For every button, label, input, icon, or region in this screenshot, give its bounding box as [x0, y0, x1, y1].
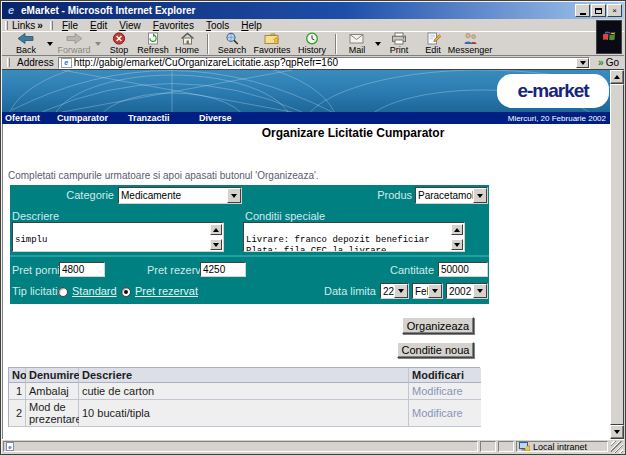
resize-grip[interactable] [611, 441, 623, 453]
scroll-up-icon[interactable] [610, 70, 624, 84]
col-header-descriere: Descriere [79, 368, 409, 383]
menu-tools[interactable]: Tools [200, 20, 235, 31]
col-header-denumire: Denumire [26, 368, 79, 383]
standard-radio[interactable] [58, 287, 68, 297]
auction-form: Categorie Medicamente Produs Paracetamol… [10, 185, 489, 304]
year-select[interactable]: 2002 [446, 283, 488, 299]
nav-ofertant[interactable]: Ofertant [5, 113, 40, 123]
menu-edit[interactable]: Edit [84, 20, 113, 31]
messenger-people-icon [463, 32, 478, 45]
address-label: Address [17, 57, 54, 68]
scroll-down-icon[interactable] [610, 425, 624, 439]
stop-button[interactable]: Stop [102, 32, 136, 55]
forward-button[interactable]: Forward [54, 32, 94, 55]
toolbar-grip[interactable] [5, 21, 8, 30]
pret-rezervat-input[interactable] [200, 262, 246, 277]
conditii-textarea[interactable]: Livrare: franco depozit beneficiar Plata… [243, 222, 465, 252]
home-button[interactable]: Home [170, 32, 204, 55]
chevron-down-icon[interactable] [473, 188, 487, 203]
minimize-button[interactable] [575, 4, 590, 17]
tip-licitatie-label: Tip licitatie [12, 285, 64, 297]
scroll-down-icon[interactable] [210, 239, 222, 250]
textarea-scrollbar[interactable] [210, 224, 222, 250]
history-button[interactable]: History [292, 32, 332, 55]
nav-diverse[interactable]: Diverse [199, 113, 232, 123]
menu-help[interactable]: Help [235, 20, 268, 31]
pret-pornire-input[interactable] [59, 262, 105, 277]
row-no: 2 [9, 400, 26, 427]
back-arrow-icon [17, 32, 35, 45]
search-button[interactable]: Search [212, 32, 252, 55]
menu-file[interactable]: File [56, 20, 84, 31]
form-divider [10, 255, 489, 257]
pret-rezervat-radio[interactable] [121, 287, 131, 297]
edit-page-pencil-icon [426, 32, 441, 45]
go-arrows-icon: » [598, 57, 604, 68]
toolbar-separator [207, 34, 209, 54]
stop-icon [112, 32, 126, 45]
chevron-down-icon[interactable] [227, 188, 241, 203]
standard-option-link[interactable]: Standard [72, 285, 117, 297]
maximize-button[interactable] [591, 4, 606, 17]
day-select[interactable]: 22 [380, 283, 409, 299]
nav-tranzactii[interactable]: Tranzactii [128, 113, 170, 123]
chevron-down-icon[interactable] [428, 284, 442, 298]
close-button[interactable]: × [607, 4, 622, 17]
standard-toolbar: Back Forward Stop Refresh Home Search Fa… [2, 32, 624, 56]
page-scrollbar[interactable] [610, 70, 624, 439]
mail-dropdown[interactable] [374, 32, 382, 55]
ie-throbber-logo [596, 20, 622, 54]
title-bar: e eMarket - Microsoft Internet Explorer … [2, 2, 624, 19]
forward-arrow-icon [65, 32, 83, 45]
edit-button[interactable]: Edit [416, 32, 450, 55]
refresh-button[interactable]: Refresh [136, 32, 170, 55]
modificare-link[interactable]: Modificare [412, 407, 463, 419]
current-date: Miercuri, 20 Februarie 2002 [508, 114, 606, 123]
scroll-up-icon[interactable] [451, 224, 463, 235]
address-grip[interactable] [7, 58, 10, 67]
links-overflow-icon[interactable]: » [37, 20, 43, 31]
messenger-button[interactable]: Messenger [450, 32, 490, 55]
descriere-label: Descriere [12, 210, 59, 222]
go-label: Go [606, 57, 619, 68]
descriere-textarea[interactable]: simplu [12, 222, 224, 252]
menu-grip[interactable] [50, 21, 53, 30]
address-dropdown[interactable] [576, 58, 589, 68]
forward-dropdown[interactable] [94, 32, 102, 55]
security-zone-pane: Local intranet [516, 441, 608, 452]
chevron-down-icon[interactable] [473, 284, 487, 298]
address-url[interactable]: http://gabig/emarket/CuOrganizareLicitat… [74, 57, 576, 68]
links-toolbar-label[interactable]: Links [12, 20, 35, 31]
address-input[interactable]: e http://gabig/emarket/CuOrganizareLicit… [58, 57, 590, 69]
textarea-scrollbar[interactable] [451, 224, 463, 250]
scroll-up-icon[interactable] [210, 224, 222, 235]
go-button[interactable]: » Go [595, 57, 622, 69]
printer-icon [391, 32, 407, 45]
organizeaza-button[interactable]: Organizeaza [402, 317, 474, 334]
main-nav: Ofertant Cumparator Tranzactii Diverse M… [2, 112, 624, 124]
scroll-down-icon[interactable] [451, 239, 463, 250]
favorites-button[interactable]: Favorites [252, 32, 292, 55]
menu-bar: Links » File Edit View Favorites Tools H… [2, 19, 624, 32]
chevron-down-icon[interactable] [394, 284, 408, 298]
table-header-row: No Denumire Descriere Modificari [9, 368, 479, 383]
pret-rezervat-option-link[interactable]: Pret rezervat [135, 285, 198, 297]
mail-button[interactable]: Mail [340, 32, 374, 55]
page-title: Organizare Licitatie Cumparator [103, 126, 603, 140]
produs-select[interactable]: Paracetamol [415, 187, 488, 204]
nav-cumparator[interactable]: Cumparator [57, 113, 108, 123]
month-select[interactable]: Feb [412, 283, 443, 299]
menu-favorites[interactable]: Favorites [147, 20, 200, 31]
modificare-link[interactable]: Modificare [412, 385, 463, 397]
conditie-noua-button[interactable]: Conditie noua [397, 342, 474, 358]
cantitate-input[interactable] [438, 262, 488, 277]
emarket-logo-text: e-market [517, 80, 588, 102]
scrollbar-thumb[interactable] [610, 84, 624, 425]
print-button[interactable]: Print [382, 32, 416, 55]
back-button[interactable]: Back [6, 32, 46, 55]
status-pane [498, 441, 514, 452]
categorie-select[interactable]: Medicamente [118, 187, 242, 204]
menu-view[interactable]: View [113, 20, 147, 31]
instruction-text: Completati campurile urmatoare si apoi a… [8, 170, 319, 181]
back-dropdown[interactable] [46, 32, 54, 55]
